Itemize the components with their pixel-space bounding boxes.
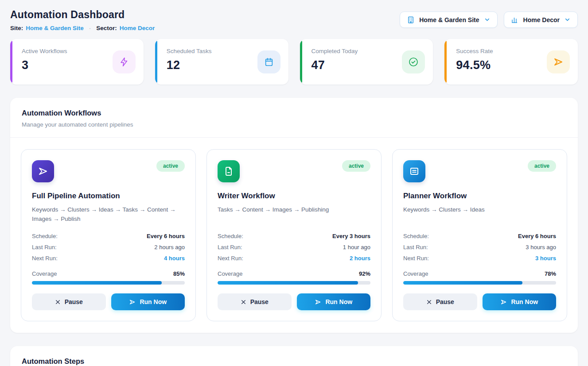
pause-label: Pause — [436, 298, 454, 305]
header-left: Automation Dashboard Site: Home & Garden… — [10, 9, 155, 31]
workflow-meta: Schedule:Every 6 hours Last Run:3 hours … — [403, 228, 556, 262]
workflow-pipeline: Keywords → Clusters → Ideas — [403, 205, 556, 224]
run-now-label: Run Now — [511, 298, 538, 305]
workflow-title: Planner Workflow — [403, 192, 556, 200]
steps-panel-header: Automation Steps Configure which steps a… — [10, 346, 578, 366]
status-badge: active — [156, 160, 185, 172]
workflow-title: Writer Workflow — [218, 192, 370, 200]
last-run-label: Last Run: — [218, 244, 242, 250]
automation-dashboard-page: Automation Dashboard Site: Home & Garden… — [0, 0, 588, 366]
chevron-down-icon — [484, 16, 491, 23]
next-run-label: Next Run: — [403, 255, 429, 262]
accent-bar — [155, 41, 157, 83]
bar-chart-icon — [511, 16, 519, 24]
status-badge: active — [342, 160, 370, 172]
send-icon — [32, 160, 54, 182]
schedule-label: Schedule: — [218, 233, 243, 239]
sector-selector-label: Home Decor — [523, 16, 560, 23]
status-badge: active — [528, 160, 556, 172]
sector-selector-dropdown[interactable]: Home Decor — [504, 12, 578, 28]
run-now-label: Run Now — [325, 298, 352, 305]
last-run-label: Last Run: — [403, 244, 428, 250]
coverage-label: Coverage — [32, 270, 57, 277]
send-icon — [500, 299, 507, 305]
workflow-card-top: active — [403, 160, 556, 182]
next-run-label: Next Run: — [32, 255, 58, 262]
workflows-panel-body: active Full Pipeline Automation Keywords… — [10, 138, 578, 333]
coverage-label: Coverage — [218, 270, 242, 277]
accent-bar — [444, 41, 447, 83]
coverage-value: 78% — [545, 270, 556, 277]
run-now-label: Run Now — [140, 298, 167, 305]
pause-label: Pause — [250, 298, 269, 305]
workflows-subtitle: Manage your automated content pipelines — [22, 121, 566, 128]
workflow-pipeline: Tasks → Content → Images → Publishing — [218, 205, 370, 224]
list-icon — [403, 160, 425, 182]
coverage-row: Coverage 78% — [403, 270, 556, 277]
pause-button[interactable]: Pause — [218, 293, 292, 310]
last-run-label: Last Run: — [32, 244, 57, 250]
coverage-value: 92% — [359, 270, 370, 277]
coverage-progress-bar — [32, 281, 185, 285]
workflow-grid: active Full Pipeline Automation Keywords… — [21, 149, 567, 321]
last-run-value: 1 hour ago — [343, 244, 370, 250]
sector-label: Sector: — [96, 25, 117, 31]
coverage-row: Coverage 92% — [218, 270, 370, 277]
coverage-progress-fill — [403, 281, 522, 285]
workflow-card-full-pipeline: active Full Pipeline Automation Keywords… — [21, 149, 196, 321]
sector-link[interactable]: Home Decor — [120, 25, 155, 31]
workflow-card-planner: active Planner Workflow Keywords → Clust… — [392, 149, 567, 321]
workflow-pipeline: Keywords → Clusters → Ideas → Tasks → Co… — [32, 205, 185, 224]
header: Automation Dashboard Site: Home & Garden… — [10, 9, 578, 31]
building-icon — [407, 16, 415, 24]
coverage-progress-fill — [32, 281, 162, 285]
next-run-value: 4 hours — [164, 255, 185, 262]
next-run-value: 3 hours — [535, 255, 556, 262]
lightning-icon — [113, 50, 136, 73]
workflow-actions: Pause Run Now — [32, 293, 185, 310]
document-icon — [218, 160, 240, 182]
calendar-icon — [257, 50, 280, 73]
coverage-progress-bar — [218, 281, 370, 285]
workflow-actions: Pause Run Now — [403, 293, 556, 310]
site-link[interactable]: Home & Garden Site — [26, 25, 84, 31]
pause-button[interactable]: Pause — [32, 293, 106, 310]
workflow-meta: Schedule:Every 6 hours Last Run:2 hours … — [32, 228, 185, 262]
send-icon — [315, 299, 321, 305]
workflow-title: Full Pipeline Automation — [32, 192, 185, 200]
workflows-panel: Automation Workflows Manage your automat… — [10, 98, 578, 333]
separator-dot: · — [89, 25, 91, 31]
site-label: Site: — [10, 25, 23, 31]
next-run-label: Next Run: — [218, 255, 243, 262]
breadcrumb: Site: Home & Garden Site · Sector: Home … — [10, 25, 155, 31]
schedule-value: Every 6 hours — [518, 233, 556, 239]
last-run-value: 2 hours ago — [154, 244, 185, 250]
close-icon — [55, 299, 61, 305]
accent-bar — [10, 41, 12, 83]
header-selectors: Home & Garden Site Home Decor — [400, 12, 578, 28]
run-now-button[interactable]: Run Now — [483, 293, 557, 310]
close-icon — [241, 299, 246, 305]
send-icon — [129, 299, 136, 305]
schedule-value: Every 6 hours — [147, 233, 185, 239]
run-now-button[interactable]: Run Now — [111, 293, 185, 310]
workflows-panel-header: Automation Workflows Manage your automat… — [10, 98, 578, 138]
workflows-title: Automation Workflows — [22, 109, 566, 117]
last-run-value: 3 hours ago — [526, 244, 556, 250]
coverage-label: Coverage — [403, 270, 428, 277]
site-selector-label: Home & Garden Site — [419, 16, 479, 23]
site-selector-dropdown[interactable]: Home & Garden Site — [400, 12, 497, 28]
coverage-progress-fill — [218, 281, 358, 285]
accent-bar — [300, 41, 302, 83]
stat-card-active-workflows: Active Workflows 3 — [10, 39, 144, 85]
steps-title: Automation Steps — [22, 357, 566, 366]
workflow-card-top: active — [218, 160, 370, 182]
chevron-down-icon — [564, 16, 571, 23]
page-title: Automation Dashboard — [10, 9, 155, 21]
coverage-row: Coverage 85% — [32, 270, 185, 277]
stat-card-completed-today: Completed Today 47 — [300, 39, 433, 85]
coverage-value: 85% — [173, 270, 185, 277]
run-now-button[interactable]: Run Now — [297, 293, 371, 310]
pause-button[interactable]: Pause — [403, 293, 477, 310]
schedule-label: Schedule: — [403, 233, 429, 239]
